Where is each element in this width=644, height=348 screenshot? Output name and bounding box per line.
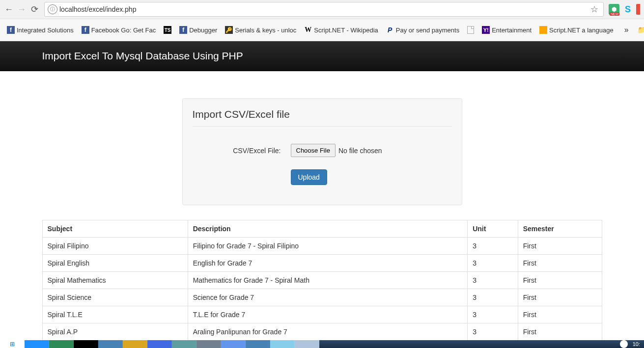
bookmarks-overflow-icon[interactable]: » — [620, 26, 633, 34]
taskbar-app-icon[interactable] — [221, 340, 246, 348]
cell-subject: Spiral English — [42, 255, 188, 272]
bookmark-label: Debugger — [189, 27, 217, 34]
bookmark-label: Pay or send payments — [396, 27, 459, 34]
script-icon — [539, 26, 547, 34]
cell-subject: Spiral A.P — [42, 323, 188, 341]
ts-icon: TS — [164, 26, 171, 34]
taskbar-app-icon[interactable] — [196, 340, 221, 348]
taskbar-app-icon[interactable] — [147, 340, 172, 348]
folder-icon: 📁 — [638, 26, 644, 34]
cell-unit: 3 — [468, 272, 518, 289]
bookmark-item[interactable]: Script.NET a language — [536, 25, 616, 35]
table-header-semester: Semester — [518, 220, 602, 238]
yahoo-icon: Y! — [482, 26, 490, 34]
extension-icons: ⬢NEW S — [609, 4, 640, 15]
cell-description: English for Grade 7 — [188, 255, 468, 272]
facebook-icon: f — [7, 26, 15, 34]
table-header-description: Description — [188, 220, 468, 238]
forward-button[interactable]: → — [17, 4, 27, 14]
page-title: Import Excel To Mysql Database Using PHP — [35, 50, 610, 62]
taskbar-app-icon[interactable] — [49, 340, 74, 348]
facebook-icon: f — [179, 26, 187, 34]
cell-description: Filipino for Grade 7 - Spiral Filipino — [188, 238, 468, 255]
clock[interactable]: 10: — [633, 341, 640, 347]
upload-button[interactable]: Upload — [291, 169, 327, 185]
reload-button[interactable]: ⟳ — [29, 4, 39, 14]
panel-title: Import CSV/Excel file — [193, 108, 452, 127]
other-bookmarks-button[interactable]: 📁 Other bool — [635, 21, 644, 39]
table-header-unit: Unit — [468, 220, 518, 238]
bookmark-star-icon[interactable]: ☆ — [588, 4, 600, 15]
browser-chrome: ← → ⟳ ⓘ localhost/excel/index.php ☆ ⬢NEW… — [0, 0, 644, 41]
bookmark-label: Script.NET a language — [549, 27, 614, 34]
bookmark-item[interactable]: fIntegrated Solutions — [4, 25, 77, 35]
bookmark-label: Serials & keys - unloc — [235, 27, 296, 34]
file-input-row: CSV/Excel File: Choose File No file chos… — [193, 144, 452, 157]
cell-semester: First — [518, 255, 602, 272]
cell-unit: 3 — [468, 255, 518, 272]
taskbar-app-icon[interactable] — [172, 340, 196, 348]
start-button[interactable]: ⊞ — [0, 340, 25, 348]
taskbar-app-icon[interactable] — [295, 340, 319, 348]
upload-row: Upload — [193, 169, 452, 185]
extension-icon[interactable]: ⬢NEW — [609, 4, 619, 15]
bookmark-item[interactable]: TS — [161, 25, 174, 35]
taskbar-app-icon[interactable] — [25, 340, 49, 348]
taskbar-app-icon[interactable] — [123, 340, 147, 348]
cell-subject: Spiral Filipino — [42, 238, 188, 255]
bookmark-label: Facebook Go: Get Fac — [91, 27, 156, 34]
bookmark-item[interactable]: fDebugger — [176, 25, 220, 35]
windows-taskbar: ⊞ 10: — [0, 340, 644, 348]
data-table: Subject Description Unit Semester Spiral… — [42, 220, 602, 348]
table-row: Spiral T.L.ET.L.E for Grade 73First — [42, 306, 602, 323]
nav-row: ← → ⟳ ⓘ localhost/excel/index.php ☆ ⬢NEW… — [0, 0, 644, 19]
taskbar-app-icon[interactable] — [98, 340, 123, 348]
extension-icon[interactable] — [636, 4, 640, 15]
cell-semester: First — [518, 272, 602, 289]
bookmark-item[interactable]: PPay or send payments — [383, 25, 462, 35]
back-button[interactable]: ← — [4, 4, 14, 14]
taskbar-left: ⊞ — [0, 340, 319, 348]
import-panel: Import CSV/Excel file CSV/Excel File: Ch… — [182, 98, 462, 205]
bookmark-item[interactable]: WScript.NET - Wikipedia — [301, 25, 381, 35]
info-icon[interactable]: ⓘ — [48, 4, 57, 14]
table-row: Spiral EnglishEnglish for Grade 73First — [42, 255, 602, 272]
taskbar-app-icon[interactable] — [74, 340, 98, 348]
table-header-row: Subject Description Unit Semester — [42, 220, 602, 238]
bookmark-item[interactable] — [464, 25, 477, 35]
main-container: Import CSV/Excel file CSV/Excel File: Ch… — [35, 98, 610, 348]
bookmark-item[interactable]: 🔑Serials & keys - unloc — [222, 25, 299, 35]
bookmark-item[interactable]: Y!Entertainment — [479, 25, 534, 35]
cell-subject: Spiral Science — [42, 289, 188, 306]
key-icon: 🔑 — [225, 26, 233, 34]
table-row: Spiral ScienceScience for Grade 73First — [42, 289, 602, 306]
tray-icon[interactable] — [620, 340, 628, 348]
table-header-subject: Subject — [42, 220, 188, 238]
cell-description: Mathematics for Grade 7 - Spiral Math — [188, 272, 468, 289]
table-row: Spiral FilipinoFilipino for Grade 7 - Sp… — [42, 238, 602, 255]
bookmark-label: Integrated Solutions — [17, 27, 74, 34]
cell-unit: 3 — [468, 289, 518, 306]
url-bar[interactable]: ⓘ localhost/excel/index.php ☆ — [44, 2, 604, 17]
taskbar-app-icon[interactable] — [270, 340, 295, 348]
file-label: CSV/Excel File: — [222, 147, 281, 155]
system-tray: 10: — [620, 340, 644, 348]
document-icon — [467, 26, 474, 34]
paypal-icon: P — [386, 26, 394, 34]
table-row: Spiral MathematicsMathematics for Grade … — [42, 272, 602, 289]
facebook-icon: f — [82, 26, 89, 34]
choose-file-button[interactable]: Choose File — [291, 144, 336, 157]
skype-icon[interactable]: S — [622, 4, 633, 15]
cell-semester: First — [518, 238, 602, 255]
cell-description: T.L.E for Grade 7 — [188, 306, 468, 323]
bookmark-item[interactable]: fFacebook Go: Get Fac — [79, 25, 159, 35]
cell-description: Science for Grade 7 — [188, 289, 468, 306]
cell-semester: First — [518, 306, 602, 323]
cell-unit: 3 — [468, 306, 518, 323]
cell-unit: 3 — [468, 238, 518, 255]
cell-description: Araling Panlipunan for Grade 7 — [188, 323, 468, 341]
file-input-wrap: Choose File No file chosen — [291, 144, 382, 157]
cell-semester: First — [518, 289, 602, 306]
taskbar-app-icon[interactable] — [246, 340, 270, 348]
bookmark-label: Entertainment — [492, 27, 532, 34]
